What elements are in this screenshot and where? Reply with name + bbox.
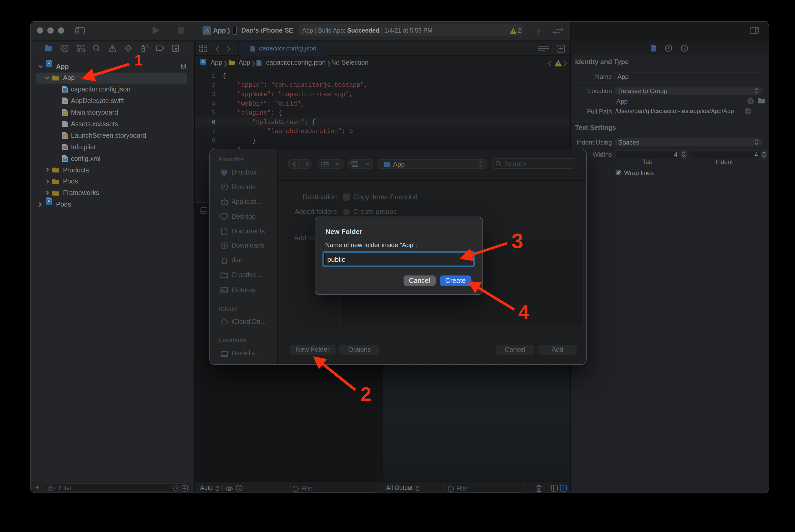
svg-text:1: 1 [134,52,143,69]
svg-text:4: 4 [518,301,529,323]
svg-text:2: 2 [360,383,371,405]
svg-text:3: 3 [512,229,524,252]
